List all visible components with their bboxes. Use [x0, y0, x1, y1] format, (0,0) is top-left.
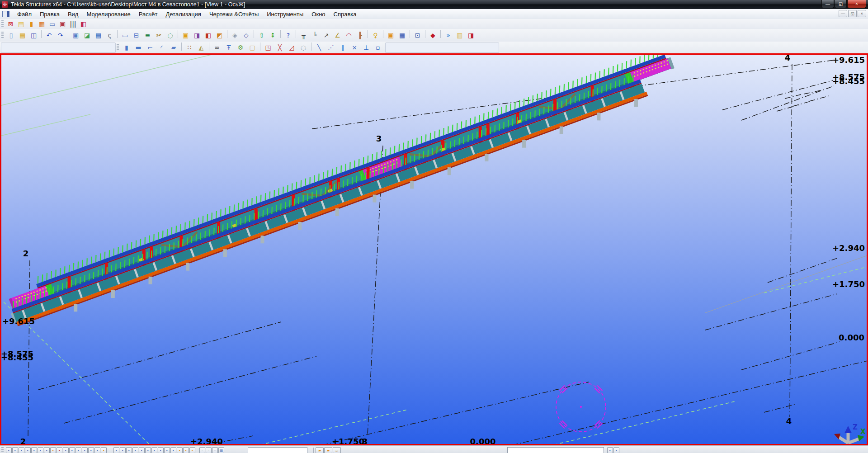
move-special-icon[interactable]: ◩: [214, 30, 225, 41]
select-switch-8[interactable]: ▪: [50, 447, 56, 453]
marquee-select-icon[interactable]: ◌: [165, 30, 175, 41]
view-minimize-button[interactable]: —: [839, 10, 847, 17]
task-schedule-icon[interactable]: ▦: [397, 30, 407, 41]
status-field[interactable]: [507, 447, 604, 453]
undo-icon[interactable]: ↶: [44, 30, 54, 41]
select-switch-6[interactable]: ▪: [38, 447, 43, 453]
view-list-icon[interactable]: ≡: [142, 30, 153, 41]
menu-item-6[interactable]: Детализация: [161, 10, 205, 19]
plane-toggle-button[interactable]: ▰: [324, 447, 332, 453]
cut-scissors-icon[interactable]: ✂: [154, 30, 164, 41]
toolbar-grip[interactable]: [1, 20, 4, 28]
select-switch-7[interactable]: ▪: [44, 447, 50, 453]
menu-item-1[interactable]: Файл: [13, 10, 36, 19]
copy-object-icon[interactable]: ▣: [180, 30, 191, 41]
menu-item-8[interactable]: Инструменты: [263, 10, 307, 19]
save-icon[interactable]: ◫: [28, 30, 39, 41]
more-commands-icon[interactable]: »: [443, 30, 453, 41]
open-model-folder-icon[interactable]: ▤: [16, 19, 26, 28]
select-switch-15[interactable]: ▪: [94, 447, 100, 453]
create-polybeam-icon[interactable]: ⌐: [145, 42, 156, 52]
snap-switch-8[interactable]: ▪: [158, 447, 164, 453]
create-surface-icon[interactable]: ▢: [247, 42, 258, 52]
create-weld-icon[interactable]: ◭: [196, 42, 207, 52]
measure-bolt-icon[interactable]: ╟: [355, 30, 365, 41]
create-bolts-icon[interactable]: ∷: [184, 42, 195, 52]
fetch-up-alt-icon[interactable]: ⇞: [268, 30, 278, 41]
open-components-icon[interactable]: ▥: [454, 30, 465, 41]
menu-item-4[interactable]: Моделирование: [82, 10, 134, 19]
insert-component-icon[interactable]: Ŧ: [223, 42, 234, 52]
snap-depth-field[interactable]: [248, 447, 307, 453]
window-minimize-button[interactable]: —: [821, 0, 834, 8]
toolbar-grip[interactable]: [1, 32, 4, 39]
snap-switch-2[interactable]: ▪: [120, 447, 126, 453]
select-switch-13[interactable]: ▪: [82, 447, 88, 453]
snap-switch-5[interactable]: ▪: [139, 447, 145, 453]
grid-view-icon[interactable]: |||: [68, 19, 78, 28]
redo-icon[interactable]: ↷: [55, 30, 66, 41]
new-model-window-icon[interactable]: ⊠: [6, 19, 15, 28]
window-close-button[interactable]: ×: [847, 0, 866, 8]
create-beam-icon[interactable]: ▬: [133, 42, 144, 52]
snap-intersection-icon[interactable]: ×: [349, 42, 360, 52]
new-model-icon[interactable]: ▯: [6, 30, 16, 41]
snap-switch-12[interactable]: ▪: [183, 447, 189, 453]
view-restore-button[interactable]: ◱: [848, 10, 857, 17]
snap-switch-1[interactable]: ▪: [113, 447, 119, 453]
menu-item-2[interactable]: Правка: [36, 10, 64, 19]
toolbar-grip[interactable]: [117, 44, 119, 51]
save-model-icon[interactable]: ▮: [27, 19, 36, 28]
measure-x-icon[interactable]: ╥: [298, 30, 309, 41]
cut-line-icon[interactable]: ╳: [274, 42, 285, 52]
screen-layout-icon[interactable]: ▭: [47, 19, 57, 28]
create-plate-icon[interactable]: ▰: [168, 42, 179, 52]
menu-item-9[interactable]: Окно: [307, 10, 329, 19]
select-switch-11[interactable]: ▪: [69, 447, 75, 453]
snap-points-icon[interactable]: ╲: [314, 42, 325, 52]
create-curved-beam-icon[interactable]: ◜: [156, 42, 167, 52]
select-switch-1[interactable]: ▪: [6, 447, 12, 453]
snap-switch-9[interactable]: ▪: [164, 447, 170, 453]
measure-angle-icon[interactable]: ∠: [332, 30, 343, 41]
snap-nearest-icon[interactable]: ▫: [373, 42, 383, 52]
inquire-diamond-icon[interactable]: ◈: [230, 30, 240, 41]
screenshot-icon[interactable]: ⊡: [412, 30, 423, 41]
model-view-canvas[interactable]: ZX 432234+9.615+8.575+8.455+2.940+1.7500…: [1, 55, 867, 444]
window-maximize-button[interactable]: ◱: [835, 0, 847, 8]
snap-switch-6[interactable]: ▪: [145, 447, 151, 453]
phases-icon[interactable]: ◧: [79, 19, 88, 28]
snap-switch-10[interactable]: ▪: [170, 447, 176, 453]
display-settings-icon[interactable]: ▣: [58, 19, 67, 28]
clip-plane-icon[interactable]: ◳: [263, 42, 274, 52]
move-object-icon[interactable]: ◧: [203, 30, 213, 41]
view-close-button[interactable]: ×: [858, 10, 866, 17]
find-binoculars-icon[interactable]: ∞: [212, 42, 222, 52]
select-switch-16[interactable]: ▪: [101, 447, 107, 453]
select-switch-9[interactable]: ▪: [57, 447, 62, 453]
menu-item-5[interactable]: Расчёт: [135, 10, 162, 19]
faded-button-1[interactable]: ▫: [199, 447, 205, 453]
model-catalog-icon[interactable]: ▦: [37, 19, 47, 28]
snap-parallel-icon[interactable]: ∥: [337, 42, 348, 52]
snap-switch-3[interactable]: ▪: [126, 447, 132, 453]
snap-switch-4[interactable]: ▪: [132, 447, 138, 453]
fit-work-area-icon[interactable]: ▭: [120, 30, 130, 41]
menu-item-7[interactable]: Чертежи &Отчёты: [205, 10, 263, 19]
measure-arc-icon[interactable]: ◠: [344, 30, 354, 41]
faded-button-3[interactable]: ▫: [212, 447, 218, 453]
menu-item-3[interactable]: Вид: [64, 10, 83, 19]
copy-icon[interactable]: ▣: [71, 30, 81, 41]
snap-reference-icon[interactable]: ⋰: [326, 42, 336, 52]
view-plane-icon[interactable]: ◿: [286, 42, 297, 52]
select-switch-3[interactable]: ▪: [19, 447, 24, 453]
select-switch-14[interactable]: ▪: [88, 447, 94, 453]
macro-gear-icon[interactable]: ⚙: [235, 42, 246, 52]
help-select-icon[interactable]: ?: [283, 30, 293, 41]
select-area-icon[interactable]: ◌: [298, 42, 309, 52]
measure-free-icon[interactable]: ↗: [321, 30, 331, 41]
snap-perpendicular-icon[interactable]: ⊥: [361, 42, 372, 52]
depth-toggle-button[interactable]: ▱: [333, 447, 341, 453]
create-column-icon[interactable]: ▮: [121, 42, 132, 52]
toolbar-grip[interactable]: [1, 447, 4, 452]
